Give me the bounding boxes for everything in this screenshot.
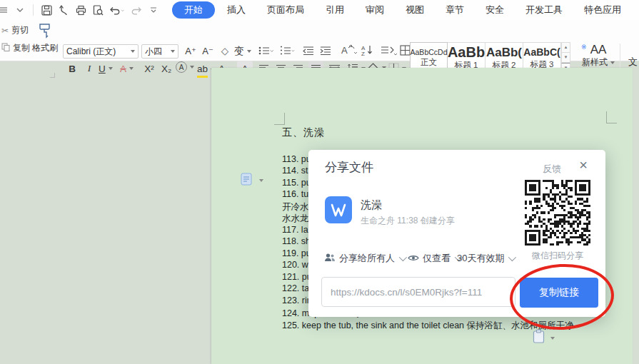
style-preview: AaBb(	[486, 46, 522, 59]
doc-line: 125. keep the tub, the sink and the toil…	[282, 320, 574, 332]
save-icon[interactable]	[38, 2, 55, 18]
tab-view[interactable]: 视图	[395, 1, 435, 19]
new-style-icon: AA※	[580, 44, 617, 56]
decrease-indent-icon[interactable]	[303, 46, 314, 59]
new-style-button[interactable]: AA※ 新样式	[580, 44, 617, 69]
format-painter-button[interactable]: 格式刷	[31, 22, 59, 54]
share-link-input[interactable]	[321, 277, 515, 307]
wps-writer-file-icon	[325, 196, 352, 223]
permission-dropdown[interactable]: 仅查看	[408, 252, 461, 265]
tab-developer[interactable]: 开发工具	[515, 1, 573, 19]
font-size-select[interactable]: 小四	[141, 44, 178, 59]
share-scope-dropdown[interactable]: 分享给所有人	[324, 252, 405, 265]
tab-home[interactable]: 开始	[172, 1, 215, 19]
tab-references[interactable]: 引用	[315, 1, 355, 19]
sort-button[interactable]: AZ	[361, 44, 374, 59]
text-tool-partial[interactable]: 文	[628, 56, 638, 69]
clipboard-group-launcher[interactable]	[50, 73, 55, 78]
paragraph-settings-button[interactable]	[380, 46, 398, 59]
increase-indent-icon[interactable]	[320, 46, 331, 59]
bold-button[interactable]: B	[64, 61, 80, 76]
text-effect-button[interactable]: 变	[234, 44, 251, 59]
ribbon-tabs: 开始 插入 页面布局 引用 审阅 视图 章节 安全 开发工具 特色应用	[172, 1, 632, 19]
menu-chevron-icon[interactable]	[11, 2, 29, 18]
undo-icon[interactable]	[106, 2, 128, 18]
cut-label: 剪切	[11, 24, 29, 36]
doc-line: 120. w	[282, 260, 308, 270]
clipboard-icon	[532, 329, 545, 347]
expiry-dropdown[interactable]: 30天有效期	[457, 252, 514, 265]
qr-code	[525, 180, 590, 246]
paste-options-floatie[interactable]	[240, 172, 263, 189]
enclose-character-label: A	[176, 61, 187, 73]
doc-line: 123. rin	[282, 295, 312, 305]
share-dialog: 分享文件 反馈 × 洗澡 生命之舟 11:38 创建分享 微信	[308, 150, 605, 317]
doc-line: 119. pu	[282, 248, 311, 258]
chevron-down-icon	[550, 337, 555, 340]
chevron-down-icon	[508, 253, 516, 261]
grow-font-button[interactable]: A⁺	[183, 44, 198, 58]
qr-caption: 微信扫码分享	[525, 250, 590, 262]
doc-line: 114. st	[282, 166, 308, 176]
styles-scroll-down[interactable]: ▾	[561, 53, 570, 64]
doc-line: 113. pu	[282, 154, 311, 164]
format-painter-label: 格式刷	[31, 42, 59, 54]
print-preview-icon[interactable]	[89, 2, 106, 18]
text-effect-label: 变	[234, 44, 244, 59]
paste-clipboard-floatie[interactable]	[532, 329, 555, 347]
copy-button[interactable]: 复制	[1, 41, 30, 54]
doc-heading: 五、洗澡	[282, 126, 325, 139]
divider	[33, 4, 34, 16]
superscript-button[interactable]: X²	[141, 61, 157, 76]
chevron-down-icon	[109, 67, 113, 70]
chevron-down-icon	[190, 66, 194, 69]
tab-setting-icon[interactable]	[400, 45, 411, 59]
style-preview: AaBbC(	[523, 46, 560, 59]
tab-page-layout[interactable]: 页面布局	[256, 1, 315, 19]
tab-security[interactable]: 安全	[475, 1, 515, 19]
doc-line: 水水龙	[282, 213, 309, 225]
svg-text:A: A	[341, 45, 348, 56]
font-name-select[interactable]: Calibri (正文)	[63, 44, 139, 59]
tab-section[interactable]: 章节	[435, 1, 475, 19]
clear-format-icon[interactable]: ◇	[217, 44, 233, 58]
menu-icon[interactable]	[0, 2, 11, 18]
enclose-character-button[interactable]: A	[176, 61, 194, 73]
feedback-link[interactable]: 反馈	[543, 163, 561, 176]
tab-insert[interactable]: 插入	[216, 1, 256, 19]
tab-special-features[interactable]: 特色应用	[573, 1, 632, 19]
redo-icon[interactable]	[128, 2, 145, 18]
print-icon[interactable]	[72, 2, 89, 18]
shrink-font-button[interactable]: A⁻	[200, 44, 216, 58]
close-icon[interactable]: ×	[575, 157, 591, 173]
doc-line: 121. pu	[282, 272, 312, 282]
strikethrough-button[interactable]: A	[120, 61, 134, 76]
doc-line: 117. la	[282, 225, 308, 235]
underline-button[interactable]: U	[99, 61, 113, 76]
style-name: 正文	[421, 57, 437, 68]
copy-link-button[interactable]: 复制链接	[520, 278, 598, 308]
numbering-button[interactable]	[280, 46, 296, 59]
margin-mark-right	[606, 111, 617, 123]
customize-toolbar-icon[interactable]	[145, 2, 162, 18]
eye-icon	[408, 253, 419, 264]
chevron-down-icon	[259, 179, 263, 182]
styles-scroll-up[interactable]: ▴	[561, 42, 570, 53]
margin-mark-left	[274, 113, 285, 125]
text-direction-button[interactable]: A	[338, 44, 357, 59]
doc-line: 116. tu	[282, 189, 308, 199]
svg-text:Z: Z	[361, 51, 365, 56]
italic-button[interactable]: I	[81, 61, 97, 76]
chevron-down-icon	[399, 253, 407, 261]
font-size-value: 小四	[145, 46, 162, 58]
bullets-button[interactable]	[258, 46, 274, 59]
cut-button[interactable]: ✂ 剪切	[1, 24, 29, 36]
ribbon: ✂ 剪切 复制 格式刷 Calibri (正文) 小四 A⁺ A⁻ ◇ 变 B …	[0, 20, 639, 61]
doc-line: 118. sh	[282, 236, 311, 246]
subscript-button[interactable]: X₂	[159, 61, 174, 76]
format-painter-icon	[31, 22, 59, 42]
tab-review[interactable]: 审阅	[355, 1, 395, 19]
share-scope-label: 分享给所有人	[339, 252, 395, 265]
export-pdf-icon[interactable]	[55, 2, 72, 18]
new-style-label-row: 新样式	[580, 56, 617, 69]
